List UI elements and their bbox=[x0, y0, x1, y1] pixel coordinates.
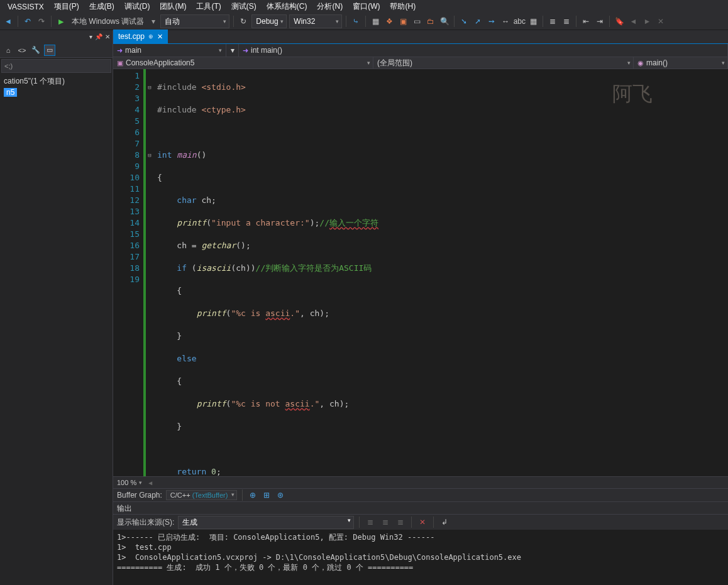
out-clear-icon[interactable]: ✕ bbox=[417, 517, 428, 528]
output-title: 输出 bbox=[113, 502, 728, 515]
ctx-project-combo[interactable]: ▣ ConsoleApplication5 bbox=[113, 57, 373, 68]
menu-window[interactable]: 窗口(W) bbox=[348, 0, 385, 13]
menu-architecture[interactable]: 体系结构(C) bbox=[262, 0, 312, 13]
split-icon[interactable]: ◄ bbox=[147, 479, 153, 486]
zoom-level[interactable]: 100 % bbox=[117, 479, 136, 486]
solution-node[interactable]: cation5"(1 个项目) bbox=[3, 75, 110, 87]
indent-icon-2[interactable]: ⇥ bbox=[594, 16, 605, 27]
output-toolbar: 显示输出来源(S): 生成 ≣ ≣ ≣ ✕ ↲ bbox=[113, 515, 728, 530]
main-toolbar: ◄ ↶ ↷ ▶ 本地 Windows 调试器 ▾ 自动 ↻ Debug Win3… bbox=[0, 13, 728, 30]
menu-team[interactable]: 团队(M) bbox=[155, 0, 191, 13]
code-icon[interactable]: <> bbox=[16, 45, 28, 56]
format-icon-2[interactable]: ≣ bbox=[561, 16, 572, 27]
tab-pin-icon[interactable]: ⊕ bbox=[148, 33, 153, 40]
tool-icon-4[interactable]: ▭ bbox=[411, 16, 422, 27]
nav-func-combo[interactable]: ➜ int main() bbox=[239, 44, 728, 57]
output-source-label: 显示输出来源(S): bbox=[117, 517, 174, 528]
out-icon-1[interactable]: ≣ bbox=[365, 517, 376, 528]
menu-bar: VASSISTX 项目(P) 生成(B) 调试(D) 团队(M) 工具(T) 测… bbox=[0, 0, 728, 13]
bkpt-icon-4[interactable]: ↔ bbox=[500, 16, 511, 27]
bkpt-icon-6[interactable]: ▦ bbox=[527, 16, 539, 27]
document-tabstrip: test.cpp ⊕ ✕ bbox=[113, 30, 728, 44]
method-icon: ◉ bbox=[637, 59, 644, 67]
nav-back-icon[interactable]: ◄ bbox=[3, 16, 14, 27]
bkpt-icon-2[interactable]: ➚ bbox=[472, 16, 483, 27]
properties-icon[interactable]: ▭ bbox=[44, 45, 55, 56]
zoom-dropdown-icon[interactable]: ▾ bbox=[139, 479, 142, 486]
search-input[interactable]: <;) bbox=[1, 59, 111, 73]
menu-project[interactable]: 项目(P) bbox=[49, 0, 84, 13]
pin-icon[interactable]: 📌 bbox=[95, 33, 102, 40]
mode-combo[interactable]: 自动 bbox=[160, 14, 229, 28]
output-body[interactable]: 1>------ 已启动生成: 项目: ConsoleApplication5,… bbox=[113, 530, 728, 585]
tool-icon-2[interactable]: ❖ bbox=[383, 16, 395, 27]
menu-build[interactable]: 生成(B) bbox=[84, 0, 119, 13]
menu-debug[interactable]: 调试(D) bbox=[119, 0, 155, 13]
bookmark-next-icon[interactable]: ► bbox=[641, 16, 653, 27]
arrow-icon: ➜ bbox=[117, 46, 123, 55]
redo-icon[interactable]: ↷ bbox=[36, 16, 47, 27]
project-node[interactable]: n5 bbox=[4, 88, 17, 97]
code-editor[interactable]: 1234 5678 9101112 13141516 171819 ⊟#incl… bbox=[113, 69, 728, 476]
tool-icon-3[interactable]: ▣ bbox=[397, 16, 409, 27]
buffer-combo[interactable]: C/C++ (TextBuffer) bbox=[166, 490, 238, 500]
outline-collapse-icon[interactable]: ⊟ bbox=[146, 150, 153, 161]
bookmark-prev-icon[interactable]: ◄ bbox=[627, 16, 639, 27]
menu-vassistx[interactable]: VASSISTX bbox=[3, 1, 49, 13]
start-debug-icon[interactable]: ▶ bbox=[55, 16, 67, 27]
code-text[interactable]: ⊟#include <stdio.h> #include <ctype.h> ⊟… bbox=[146, 69, 728, 476]
context-bar: ▣ ConsoleApplication5 (全局范围) ◉ main() bbox=[113, 57, 728, 69]
menu-tools[interactable]: 工具(T) bbox=[191, 0, 226, 13]
bkpt-icon-3[interactable]: ➙ bbox=[486, 16, 497, 27]
navigation-bar: ➜ main ▾ ➜ int main() bbox=[113, 44, 728, 57]
tab-close-icon[interactable]: ✕ bbox=[157, 33, 163, 41]
refresh-icon[interactable]: ↻ bbox=[238, 16, 249, 27]
buffer-icon-3[interactable]: ⊛ bbox=[275, 490, 285, 500]
format-icon-1[interactable]: ≣ bbox=[547, 16, 558, 27]
line-number-gutter: 1234 5678 9101112 13141516 171819 bbox=[113, 69, 143, 476]
step-into-icon[interactable]: ⤷ bbox=[350, 16, 361, 27]
out-icon-3[interactable]: ≣ bbox=[395, 517, 406, 528]
tab-test-cpp[interactable]: test.cpp ⊕ ✕ bbox=[113, 30, 168, 43]
buffer-icon-2[interactable]: ⊞ bbox=[262, 490, 272, 500]
outline-collapse-icon[interactable]: ⊟ bbox=[146, 82, 153, 93]
nav-split-button[interactable]: ▾ bbox=[226, 44, 239, 57]
tool-icon-1[interactable]: ▦ bbox=[370, 16, 381, 27]
bookmark-icon[interactable]: 🔖 bbox=[614, 16, 625, 27]
bkpt-icon-1[interactable]: ➘ bbox=[458, 16, 470, 27]
solution-explorer: ▾ 📌 ✕ ⌂ <> 🔧 ▭ <;) cation5"(1 个项目) n5 bbox=[0, 30, 113, 585]
ctx-member-combo[interactable]: ◉ main() bbox=[634, 57, 728, 68]
undo-icon[interactable]: ↶ bbox=[22, 16, 33, 27]
platform-combo[interactable]: Win32 bbox=[289, 14, 342, 28]
tool-icon-5[interactable]: 🗀 bbox=[425, 16, 436, 27]
indent-icon-1[interactable]: ⇤ bbox=[580, 16, 592, 27]
nav-scope-combo[interactable]: ➜ main bbox=[113, 44, 226, 57]
editor-area: test.cpp ⊕ ✕ ➜ main ▾ ➜ int main() ▣ Con… bbox=[113, 30, 728, 585]
close-pane-icon[interactable]: ✕ bbox=[105, 33, 110, 40]
home-icon[interactable]: ⌂ bbox=[3, 45, 14, 56]
tool-icon-6[interactable]: 🔍 bbox=[439, 16, 450, 27]
buffer-icon-1[interactable]: ⊕ bbox=[248, 490, 258, 500]
lower-panel: 100 % ▾ ◄ Buffer Graph: C/C++ (TextBuffe… bbox=[113, 476, 728, 585]
menu-test[interactable]: 测试(S) bbox=[226, 0, 262, 13]
ctx-scope-combo[interactable]: (全局范围) bbox=[373, 57, 634, 68]
buffer-graph-label: Buffer Graph: bbox=[117, 491, 162, 500]
out-wrap-icon[interactable]: ↲ bbox=[439, 517, 450, 528]
bkpt-icon-5[interactable]: abc bbox=[514, 16, 525, 27]
config-combo[interactable]: Debug bbox=[251, 14, 287, 28]
debugger-label[interactable]: 本地 Windows 调试器 bbox=[69, 16, 146, 27]
tab-label: test.cpp bbox=[118, 32, 145, 41]
menu-analyze[interactable]: 分析(N) bbox=[312, 0, 348, 13]
wrench-icon[interactable]: 🔧 bbox=[30, 45, 41, 56]
autohide-icon[interactable]: ▾ bbox=[89, 33, 92, 40]
out-icon-2[interactable]: ≣ bbox=[380, 517, 391, 528]
project-icon: ▣ bbox=[117, 59, 123, 67]
bookmark-clear-icon[interactable]: ✕ bbox=[655, 16, 666, 27]
arrow-icon: ➜ bbox=[243, 46, 248, 55]
output-source-combo[interactable]: 生成 bbox=[178, 516, 354, 529]
menu-help[interactable]: 帮助(H) bbox=[385, 0, 421, 13]
